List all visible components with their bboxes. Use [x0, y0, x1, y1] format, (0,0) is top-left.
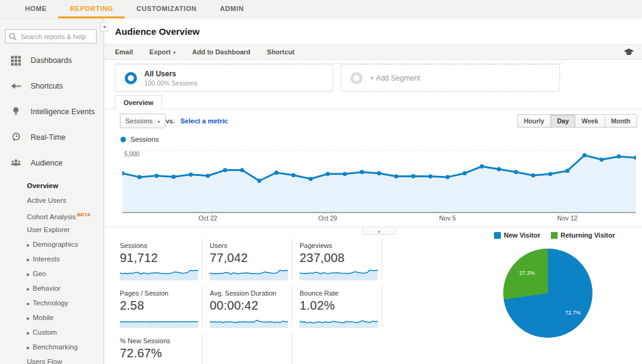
returning-visitor-swatch-icon [551, 232, 558, 239]
main-content: Audience Overview Email Export Add to Da… [105, 18, 642, 364]
add-segment-button[interactable]: + Add Segment [341, 64, 560, 92]
sidebar-item-cohort-analysis[interactable]: Cohort AnalysisBETA [0, 208, 103, 222]
report-tabbar: Overview [105, 95, 642, 109]
sidebar-item-mobile[interactable]: Mobile [0, 310, 103, 325]
chart-legend: Sessions [120, 136, 159, 143]
sidebar-item-overview[interactable]: Overview [0, 178, 103, 193]
sidebar-item-geo[interactable]: Geo [0, 266, 103, 281]
sidebar-collapse-button[interactable] [100, 22, 108, 32]
metric-card-new-sessions: % New Sessions 72.67% [120, 337, 202, 364]
top-nav: HOME REPORTING CUSTOMIZATION ADMIN [0, 0, 642, 18]
granularity-week-button[interactable]: Week [575, 114, 605, 128]
svg-text:Oct 29: Oct 29 [319, 214, 338, 222]
sidebar-item-real-time[interactable]: Real-Time [0, 125, 103, 150]
search-input[interactable] [5, 29, 97, 43]
metric-card-bounce-rate: Bounce Rate 1.02% [300, 289, 382, 328]
shortcuts-icon [10, 81, 21, 92]
sidebar-item-label: Real-Time [31, 133, 65, 142]
chevron-down-icon [158, 117, 160, 125]
audience-icon [10, 158, 21, 169]
granularity-button-group: Hourly Day Week Month [517, 114, 637, 128]
column-divider [292, 333, 292, 364]
email-button[interactable]: Email [115, 48, 133, 56]
metric-select-dropdown[interactable]: Sessions [120, 114, 166, 128]
metric-card-avg-session-duration: Avg. Session Duration 00:00:42 [210, 289, 292, 328]
sessions-legend-dot-icon [120, 137, 126, 142]
pages-session-sparkline [120, 315, 202, 328]
sidebar-item-custom[interactable]: Custom [0, 325, 103, 340]
segment-donut-icon [125, 72, 137, 84]
sidebar-item-intelligence-events[interactable]: Intelligence Events [0, 99, 103, 125]
sidebar-item-demographics[interactable]: Demographics [0, 237, 103, 252]
chevron-down-icon [173, 48, 175, 56]
column-divider [202, 238, 202, 280]
sidebar-item-active-users[interactable]: Active Users [0, 193, 103, 208]
pie-slice-label-new: 72.7% [565, 310, 581, 316]
svg-text:Nov 5: Nov 5 [439, 214, 456, 222]
sidebar-item-user-explorer[interactable]: User Explorer [0, 222, 103, 237]
svg-text:5,000: 5,000 [124, 151, 139, 158]
beta-badge: BETA [77, 212, 90, 217]
chart-collapse-handle[interactable] [362, 227, 396, 235]
sidebar: Dashboards Shortcuts Intelligence Events… [0, 18, 104, 364]
select-a-metric-link[interactable]: Select a metric [180, 117, 228, 125]
column-divider [292, 286, 292, 327]
sessions-legend-label: Sessions [130, 136, 159, 143]
metric-card-sessions: Sessions 91,712 [120, 242, 202, 280]
avg-session-duration-sparkline [210, 315, 292, 328]
audience-submenu: Overview Active Users Cohort AnalysisBET… [0, 178, 103, 364]
sidebar-item-technology[interactable]: Technology [0, 296, 103, 310]
add-to-dashboard-button[interactable]: Add to Dashboard [192, 48, 250, 56]
sidebar-item-interests[interactable]: Interests [0, 252, 103, 266]
realtime-icon [10, 132, 21, 143]
segment-strip: All Users 100.00% Sessions + Add Segment [115, 63, 561, 92]
sidebar-item-behavior[interactable]: Behavior [0, 281, 103, 296]
vs-label: vs. [166, 117, 175, 125]
users-sparkline [210, 267, 292, 280]
sidebar-item-dashboards[interactable]: Dashboards [0, 48, 103, 73]
pie-legend: New Visitor Returning Visitor [494, 231, 615, 239]
education-icon[interactable] [624, 48, 634, 59]
column-divider [382, 238, 382, 280]
sidebar-item-audience[interactable]: Audience [0, 150, 103, 176]
visitor-type-pie-chart[interactable]: 27.3% 72.7% [503, 249, 592, 338]
column-divider [382, 286, 382, 327]
sidebar-item-benchmarking[interactable]: Benchmarking [0, 340, 103, 354]
tab-overview[interactable]: Overview [115, 95, 162, 109]
svg-text:Nov 12: Nov 12 [557, 214, 577, 222]
metric-card-pageviews: Pageviews 237,008 [300, 242, 382, 280]
legend-new-visitor: New Visitor [494, 231, 541, 239]
tab-home[interactable]: HOME [13, 0, 58, 18]
sessions-timeline-chart[interactable]: 2,5005,000Oct 22Oct 29Nov 5Nov 12 [122, 147, 636, 222]
dashboards-icon [10, 55, 21, 66]
tab-reporting[interactable]: REPORTING [58, 0, 125, 18]
export-button[interactable]: Export [149, 48, 175, 56]
metric-card-pages-session: Pages / Session 2.58 [120, 289, 202, 328]
sessions-sparkline [120, 267, 202, 280]
search-box [5, 29, 97, 43]
new-visitor-swatch-icon [494, 232, 501, 239]
sidebar-item-shortcuts[interactable]: Shortcuts [0, 73, 103, 99]
column-divider [292, 238, 292, 280]
tab-admin[interactable]: ADMIN [208, 0, 256, 18]
sidebar-item-label: Dashboards [31, 56, 72, 65]
tab-customization[interactable]: CUSTOMIZATION [125, 0, 208, 18]
legend-returning-visitor: Returning Visitor [551, 231, 615, 239]
sidebar-menu: Dashboards Shortcuts Intelligence Events… [0, 48, 103, 176]
granularity-day-button[interactable]: Day [551, 114, 575, 128]
search-icon [9, 32, 17, 41]
segment-all-users[interactable]: All Users 100.00% Sessions [115, 64, 333, 92]
granularity-hourly-button[interactable]: Hourly [517, 114, 551, 128]
sidebar-item-users-flow[interactable]: Users Flow [0, 354, 103, 364]
metric-card-users: Users 77,042 [210, 242, 292, 280]
segment-ring-icon [350, 72, 363, 84]
shortcut-button[interactable]: Shortcut [267, 48, 295, 56]
pie-slice-label-returning: 27.3% [519, 270, 535, 276]
page-title: Audience Overview [115, 26, 199, 37]
svg-text:Oct 22: Oct 22 [199, 214, 218, 222]
granularity-month-button[interactable]: Month [605, 114, 638, 128]
sidebar-item-label: Shortcuts [31, 82, 63, 90]
report-toolbar: Email Export Add to Dashboard Shortcut [105, 44, 642, 60]
intelligence-icon [10, 106, 21, 117]
bounce-rate-sparkline [300, 315, 382, 328]
